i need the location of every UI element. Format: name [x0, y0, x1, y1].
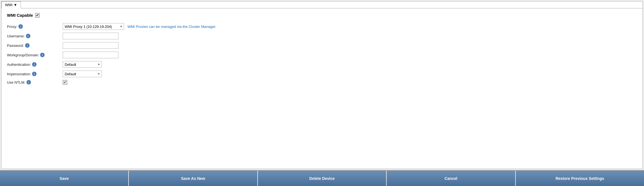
proxy-label-text: Proxy:: [7, 25, 17, 29]
save-as-new-button[interactable]: Save As New: [129, 171, 258, 186]
proxy-row: Proxy: i WMI Proxy 1 (10.129.19.204) WMI…: [7, 23, 637, 30]
proxy-help-icon[interactable]: i: [18, 24, 23, 29]
use-ntlm-row: Use NTLM: i ✔: [7, 80, 637, 84]
proxy-select[interactable]: WMI Proxy 1 (10.129.19.204): [63, 23, 124, 30]
bottom-bar: Save Save As New Delete Device Cancel Re…: [0, 170, 644, 186]
authentication-select-wrapper: Default: [63, 61, 102, 68]
password-help-icon[interactable]: i: [25, 43, 30, 48]
workgroup-input[interactable]: [63, 52, 118, 58]
form-area: WMI Capable ✔ Proxy: i WMI Proxy 1 (10.1…: [1, 8, 643, 92]
username-label: Username: i: [7, 34, 63, 38]
password-input[interactable]: [63, 42, 118, 49]
use-ntlm-help-icon[interactable]: i: [26, 80, 31, 84]
proxy-select-container: WMI Proxy 1 (10.129.19.204) WMI Proxies …: [63, 23, 216, 30]
impersonation-help-icon[interactable]: i: [32, 72, 37, 76]
workgroup-label-text: Workgroup/Domain:: [7, 53, 39, 57]
wmi-capable-row: WMI Capable ✔: [7, 13, 637, 18]
authentication-select[interactable]: Default: [63, 61, 102, 68]
cancel-button[interactable]: Cancel: [387, 171, 515, 186]
authentication-label: Authentication: i: [7, 62, 63, 67]
proxy-cluster-link[interactable]: WMI Proxies can be managed via the Clust…: [127, 25, 216, 29]
workgroup-help-icon[interactable]: i: [40, 53, 45, 57]
wmi-tab-label: WMI: [5, 3, 13, 7]
use-ntlm-label: Use NTLM: i: [7, 80, 63, 84]
use-ntlm-checkmark: ✔: [64, 80, 66, 84]
impersonation-label-text: Impersonation:: [7, 72, 31, 76]
impersonation-select[interactable]: Default: [63, 71, 102, 77]
password-label-text: Password:: [7, 44, 24, 48]
workgroup-label: Workgroup/Domain: i: [7, 53, 63, 57]
authentication-help-icon[interactable]: i: [32, 62, 37, 67]
username-input[interactable]: [63, 33, 118, 39]
username-help-icon[interactable]: i: [26, 34, 30, 38]
restore-previous-settings-button[interactable]: Restore Previous Settings: [516, 171, 644, 186]
username-label-text: Username:: [7, 34, 25, 38]
use-ntlm-checkbox[interactable]: ✔: [63, 80, 67, 84]
tab-dropdown-icon: ▼: [14, 3, 17, 7]
delete-device-button[interactable]: Delete Device: [258, 171, 387, 186]
password-label: Password: i: [7, 43, 63, 48]
impersonation-select-wrapper: Default: [63, 71, 102, 77]
main-content: WMI ▼ WMI Capable ✔ Proxy: i WMI Proxy 1…: [1, 1, 643, 169]
wmi-capable-checkbox[interactable]: ✔: [35, 13, 40, 18]
impersonation-label: Impersonation: i: [7, 72, 63, 76]
workgroup-row: Workgroup/Domain: i: [7, 52, 637, 58]
proxy-select-wrapper: WMI Proxy 1 (10.129.19.204): [63, 23, 124, 30]
authentication-label-text: Authentication:: [7, 62, 31, 67]
tab-bar: WMI ▼: [1, 1, 643, 8]
username-row: Username: i: [7, 33, 637, 39]
wmi-tab[interactable]: WMI ▼: [1, 1, 21, 8]
impersonation-row: Impersonation: i Default: [7, 71, 637, 77]
proxy-label: Proxy: i: [7, 24, 63, 29]
save-button[interactable]: Save: [0, 171, 129, 186]
wmi-capable-checkmark: ✔: [36, 13, 39, 17]
authentication-row: Authentication: i Default: [7, 61, 637, 68]
wmi-capable-label: WMI Capable: [7, 13, 33, 18]
password-row: Password: i: [7, 42, 637, 49]
use-ntlm-label-text: Use NTLM:: [7, 80, 25, 84]
